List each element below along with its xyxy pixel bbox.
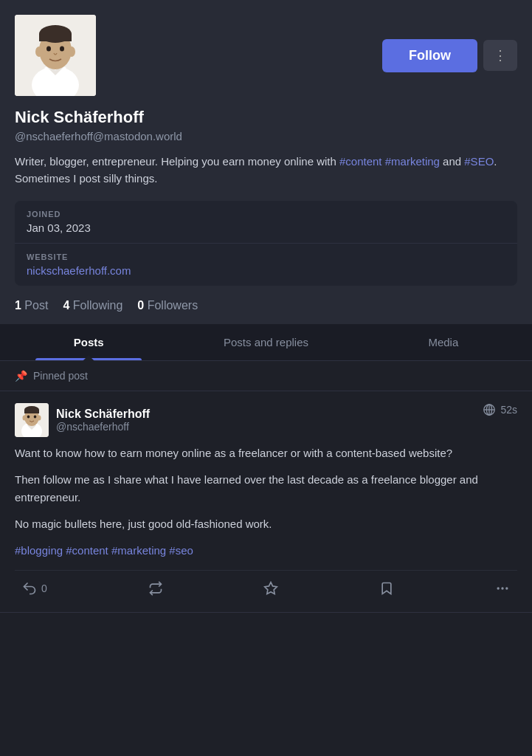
tag-seo[interactable]: #seo xyxy=(169,544,193,557)
post-para-3: No magic bullets here, just good old-fas… xyxy=(15,515,517,533)
bio-link-content[interactable]: #content xyxy=(339,155,382,168)
profile-header: Follow ⋮ Nick Schäferhoff @nschaeferhoff… xyxy=(0,0,532,324)
svg-marker-23 xyxy=(265,582,277,594)
tag-content[interactable]: #content xyxy=(66,544,108,557)
boost-button[interactable] xyxy=(141,577,170,600)
joined-row: JOINED Jan 03, 2023 xyxy=(15,201,517,244)
pin-icon: 📌 xyxy=(15,370,27,382)
pinned-label-row: 📌 Pinned post xyxy=(0,361,532,391)
svg-point-8 xyxy=(35,47,43,57)
svg-point-26 xyxy=(505,587,508,589)
follow-button[interactable]: Follow xyxy=(382,39,477,72)
posts-stat[interactable]: 1 Post xyxy=(15,299,48,312)
reply-icon xyxy=(22,581,37,596)
more-options-button[interactable]: ⋮ xyxy=(483,40,517,71)
website-link[interactable]: nickschaeferhoff.com xyxy=(27,264,131,277)
post-content: Want to know how to earn money online as… xyxy=(15,444,517,560)
post-para-2: Then follow me as I share what I have le… xyxy=(15,471,517,506)
reply-button[interactable]: 0 xyxy=(15,577,55,600)
following-stat[interactable]: 4 Following xyxy=(63,299,122,312)
svg-point-7 xyxy=(60,47,64,52)
svg-point-25 xyxy=(501,587,503,589)
svg-point-24 xyxy=(497,587,499,589)
svg-point-15 xyxy=(27,415,30,418)
more-post-button[interactable] xyxy=(488,577,517,600)
profile-meta-box: JOINED Jan 03, 2023 WEBSITE nickschaefer… xyxy=(15,201,517,286)
bookmark-button[interactable] xyxy=(372,577,401,600)
profile-name: Nick Schäferhoff xyxy=(15,108,517,127)
tab-posts-and-replies[interactable]: Posts and replies xyxy=(177,324,354,360)
reply-count: 0 xyxy=(41,583,47,594)
post-para-1: Want to know how to earn money online as… xyxy=(15,444,517,462)
post-para-4: #blogging #content #marketing #seo xyxy=(15,542,517,560)
website-label: WEBSITE xyxy=(27,252,505,261)
website-url[interactable]: nickschaeferhoff.com xyxy=(27,264,505,277)
svg-point-9 xyxy=(68,47,75,57)
post-avatar xyxy=(15,403,49,437)
posts-count: 1 xyxy=(15,299,21,312)
tab-posts[interactable]: Posts xyxy=(0,324,177,360)
svg-point-17 xyxy=(23,415,27,420)
svg-point-18 xyxy=(38,415,41,420)
post-author-row: Nick Schäferhoff @nschaeferhoff xyxy=(15,403,150,437)
favorite-icon xyxy=(263,581,278,596)
svg-point-16 xyxy=(34,415,37,418)
feed-area: 📌 Pinned post xyxy=(0,361,532,613)
profile-stats: 1 Post 4 Following 0 Followers xyxy=(15,299,517,324)
post-author-handle: @nschaeferhoff xyxy=(56,421,150,433)
joined-label: JOINED xyxy=(27,210,505,219)
post-author-info: Nick Schäferhoff @nschaeferhoff xyxy=(56,408,150,433)
favorite-button[interactable] xyxy=(256,577,286,600)
boost-icon xyxy=(148,581,163,596)
more-post-icon xyxy=(495,581,510,596)
svg-point-6 xyxy=(46,47,51,52)
tabs-bar: Posts Posts and replies Media xyxy=(0,324,532,361)
post-time: 52s xyxy=(483,403,517,416)
pinned-text: Pinned post xyxy=(33,370,88,382)
post-timestamp: 52s xyxy=(500,404,517,416)
profile-bio: Writer, blogger, entrepreneur. Helping y… xyxy=(15,153,517,188)
bio-link-marketing[interactable]: #marketing xyxy=(385,155,440,168)
followers-count: 0 xyxy=(137,299,144,312)
globe-icon xyxy=(483,403,496,416)
bookmark-icon xyxy=(379,581,394,596)
following-count: 4 xyxy=(63,299,69,312)
tag-marketing[interactable]: #marketing xyxy=(111,544,166,557)
svg-rect-14 xyxy=(24,410,39,413)
avatar xyxy=(15,15,96,96)
bio-link-seo[interactable]: #SEO xyxy=(464,155,494,168)
profile-top-row: Follow ⋮ xyxy=(15,15,517,96)
post-actions: 0 xyxy=(15,570,517,606)
profile-handle: @nschaeferhoff@mastodon.world xyxy=(15,130,517,142)
joined-date: Jan 03, 2023 xyxy=(27,221,505,234)
followers-stat[interactable]: 0 Followers xyxy=(137,299,198,312)
svg-rect-5 xyxy=(39,34,72,41)
post-author-name: Nick Schäferhoff xyxy=(56,408,150,421)
post-card: Nick Schäferhoff @nschaeferhoff 52s Want… xyxy=(0,391,532,613)
tab-media[interactable]: Media xyxy=(355,324,532,360)
tag-blogging[interactable]: #blogging xyxy=(15,544,63,557)
profile-actions: Follow ⋮ xyxy=(382,39,517,72)
more-options-icon: ⋮ xyxy=(494,47,507,63)
post-header: Nick Schäferhoff @nschaeferhoff 52s xyxy=(15,403,517,437)
website-row: WEBSITE nickschaeferhoff.com xyxy=(15,244,517,286)
